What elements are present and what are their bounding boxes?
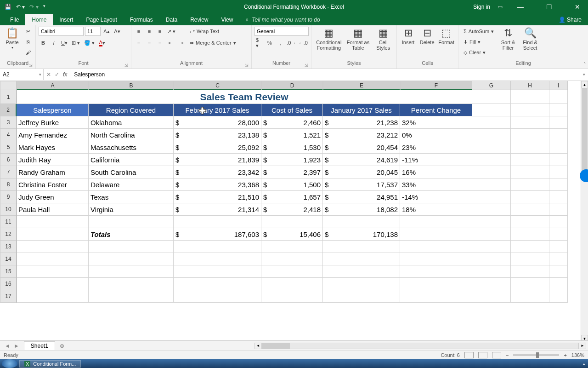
maximize-button[interactable]: ☐	[538, 0, 560, 14]
clear-button[interactable]: ◇ Clear ▾	[461, 48, 496, 57]
add-sheet-button[interactable]: ⊕	[55, 343, 69, 349]
find-select-button[interactable]: 🔍Find & Select	[520, 27, 540, 52]
font-launcher-icon[interactable]: ⇲	[124, 63, 128, 68]
clipboard-launcher-icon[interactable]: ⇲	[29, 63, 33, 68]
view-pagebreak-icon[interactable]	[492, 352, 501, 358]
fill-button[interactable]: ⬇ Fill ▾	[461, 37, 496, 46]
format-as-table-button[interactable]: ▦Format as Table	[345, 27, 371, 52]
close-button[interactable]: ✕	[567, 0, 588, 14]
scroll-right-icon[interactable]: ►	[579, 343, 586, 349]
select-all-button[interactable]	[0, 81, 17, 90]
zoom-out-button[interactable]: −	[506, 352, 509, 358]
row-header-14[interactable]: 14	[0, 253, 17, 265]
zoom-level[interactable]: 136%	[571, 352, 584, 358]
fill-color-button[interactable]: 🪣 ▾	[83, 38, 96, 47]
header-cell[interactable]: Percent Change	[400, 104, 472, 116]
col-header-B[interactable]: B	[89, 81, 174, 90]
percent-button[interactable]: %	[265, 38, 274, 47]
row-header-6[interactable]: 6	[0, 154, 17, 166]
col-header-I[interactable]: I	[549, 81, 568, 90]
cancel-formula-icon[interactable]: ✕	[46, 71, 51, 78]
number-format-combo[interactable]	[254, 27, 309, 36]
tab-pagelayout[interactable]: Page Layout	[79, 14, 123, 25]
increase-decimal-button[interactable]: .0→	[286, 38, 297, 47]
insert-cells-button[interactable]: ⊞Insert	[400, 27, 417, 46]
undo-icon[interactable]: ↶ ▾	[16, 4, 25, 10]
align-top-button[interactable]: ≡	[134, 27, 143, 36]
align-center-button[interactable]: ≡	[145, 38, 154, 47]
taskbar-app-excel[interactable]: XConditional Form...	[19, 360, 81, 368]
minimize-button[interactable]: —	[510, 0, 531, 14]
col-header-E[interactable]: E	[323, 81, 400, 90]
row-header-17[interactable]: 17	[0, 290, 17, 303]
tab-formulas[interactable]: Formulas	[124, 14, 159, 25]
delete-cells-button[interactable]: ⊟Delete	[418, 27, 435, 46]
row-header-1[interactable]: 1	[0, 90, 17, 104]
underline-button[interactable]: U ▾	[60, 38, 69, 47]
sheet-nav-prev-icon[interactable]: ◄	[5, 343, 10, 349]
row-header-3[interactable]: 3	[0, 116, 17, 129]
merge-center-button[interactable]: ⬌ Merge & Center ▾	[187, 38, 238, 47]
expand-formula-icon[interactable]: ▾	[580, 69, 588, 80]
row-header-16[interactable]: 16	[0, 278, 17, 290]
signin-link[interactable]: Sign in	[473, 4, 490, 10]
horizontal-scrollbar[interactable]: ◄ ►	[253, 343, 588, 349]
row-header-5[interactable]: 5	[0, 141, 17, 154]
row-header-2[interactable]: 2	[0, 104, 17, 116]
sort-filter-button[interactable]: ⇅Sort & Filter	[498, 27, 518, 52]
scroll-left-icon[interactable]: ◄	[254, 343, 262, 349]
zoom-in-button[interactable]: +	[564, 352, 566, 358]
start-button[interactable]	[2, 359, 17, 368]
format-cells-button[interactable]: ⬚Format	[437, 27, 455, 46]
row-header-4[interactable]: 4	[0, 129, 17, 141]
formula-input[interactable]: Salesperson	[70, 69, 580, 80]
number-launcher-icon[interactable]: ⇲	[305, 63, 308, 68]
col-header-G[interactable]: G	[472, 81, 511, 90]
comma-button[interactable]: ,	[276, 38, 285, 47]
header-cell[interactable]: February 2017 Sales	[174, 104, 261, 116]
qat-more-icon[interactable]: ▾	[43, 4, 45, 10]
format-painter-button[interactable]: 🖌	[23, 48, 33, 57]
row-header-7[interactable]: 7	[0, 166, 17, 178]
collapse-ribbon-icon[interactable]: ˄	[583, 62, 586, 68]
conditional-formatting-button[interactable]: ▦Conditional Formatting	[314, 27, 344, 52]
col-header-C[interactable]: C	[174, 81, 261, 90]
col-header-H[interactable]: H	[511, 81, 549, 90]
fx-icon[interactable]: fx	[63, 71, 67, 78]
tab-home[interactable]: Home	[25, 14, 53, 25]
paste-button[interactable]: 📋Paste▾	[3, 27, 22, 51]
border-button[interactable]: ⊞ ▾	[70, 38, 81, 47]
row-header-9[interactable]: 9	[0, 191, 17, 203]
decrease-decimal-button[interactable]: ←.0	[298, 38, 309, 47]
spreadsheet-grid[interactable]: ABCDEFGHI 1234567891011121314151617 ✚ Sa…	[0, 81, 581, 342]
align-bottom-button[interactable]: ≡	[155, 27, 164, 36]
header-cell[interactable]: Region Covered	[89, 104, 174, 116]
zoom-slider[interactable]	[513, 354, 559, 356]
grow-font-button[interactable]: A▴	[102, 27, 111, 36]
tellme-search[interactable]: Tell me what you want to do	[239, 14, 325, 25]
tab-data[interactable]: Data	[159, 14, 184, 25]
view-layout-icon[interactable]	[478, 352, 487, 358]
indent-button[interactable]: ⇥	[176, 38, 186, 47]
wrap-text-button[interactable]: ⮐ Wrap Text	[187, 27, 238, 36]
shrink-font-button[interactable]: A▾	[113, 27, 122, 36]
row-header-11[interactable]: 11	[0, 216, 17, 228]
scroll-up-icon[interactable]: ▲	[581, 81, 588, 88]
currency-button[interactable]: $ ▾	[254, 38, 264, 47]
align-middle-button[interactable]: ≡	[145, 27, 154, 36]
share-button[interactable]: 👤 Share	[552, 14, 588, 25]
system-tray[interactable]: ▴	[583, 362, 585, 366]
redo-icon[interactable]: ↷ ▾	[29, 4, 38, 10]
align-left-button[interactable]: ≡	[134, 38, 143, 47]
tab-insert[interactable]: Insert	[53, 14, 79, 25]
font-size-combo[interactable]	[85, 27, 101, 36]
outdent-button[interactable]: ⇤	[166, 38, 175, 47]
col-header-F[interactable]: F	[400, 81, 472, 90]
save-icon[interactable]: 💾	[5, 4, 11, 10]
row-header-8[interactable]: 8	[0, 178, 17, 191]
italic-button[interactable]: I	[49, 38, 58, 47]
title-cell[interactable]: Sales Team Review	[17, 90, 472, 104]
autosum-button[interactable]: Σ AutoSum ▾	[461, 27, 496, 36]
header-cell[interactable]: Salesperson	[17, 104, 89, 116]
cell-styles-button[interactable]: ▦Cell Styles	[373, 27, 394, 52]
